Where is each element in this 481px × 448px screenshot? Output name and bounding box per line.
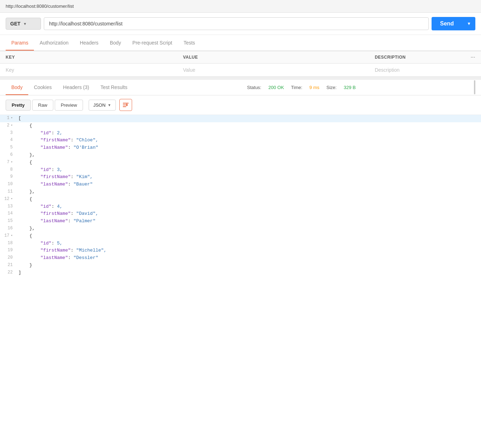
json-line: 19 "firstName": "Michelle",: [0, 247, 481, 254]
json-line: 14 "firstName": "David",: [0, 210, 481, 218]
fold-arrow-icon[interactable]: ▾: [11, 123, 13, 128]
status-label: Status:: [247, 85, 261, 90]
fold-arrow-icon[interactable]: ▾: [11, 160, 13, 165]
tab-tests[interactable]: Tests: [178, 35, 201, 51]
tab-response-testresults[interactable]: Test Results: [95, 79, 133, 95]
format-chevron-icon: ▼: [108, 103, 111, 107]
line-content: "lastName": "Bauer": [17, 181, 94, 188]
tab-response-body[interactable]: Body: [6, 79, 28, 95]
json-bracket: {: [18, 123, 32, 128]
line-number: 16: [0, 225, 17, 232]
json-key: "lastName": [40, 218, 68, 224]
fold-arrow-icon[interactable]: ▾: [11, 196, 13, 201]
col-header-desc: DESCRIPTION: [369, 51, 465, 64]
line-content: "firstName": "David",: [17, 210, 100, 218]
line-number: 17▾: [0, 232, 17, 239]
tab-params[interactable]: Params: [6, 35, 34, 51]
json-bracket: ]: [18, 270, 21, 275]
json-line: 5 "lastName": "O'Brian": [0, 144, 481, 152]
response-status: Status: 200 OK Time: 9 ms Size: 329 B: [247, 85, 360, 90]
line-number: 7▾: [0, 159, 17, 166]
line-number: 3: [0, 130, 17, 136]
wrap-button[interactable]: [119, 99, 132, 111]
json-bracket: {: [18, 160, 32, 165]
json-key: "lastName": [40, 145, 68, 150]
params-table: KEY VALUE DESCRIPTION ··· Key Value Desc…: [0, 51, 481, 77]
line-number: 8: [0, 166, 17, 173]
json-value: "Bauer": [73, 182, 93, 187]
json-line: 16 },: [0, 225, 481, 232]
json-line: 20 "lastName": "Dessler": [0, 254, 481, 262]
line-number: 9: [0, 173, 17, 180]
json-line: 9 "firstName": "Kim",: [0, 173, 481, 181]
line-number: 11: [0, 188, 17, 195]
tab-body[interactable]: Body: [104, 35, 127, 51]
json-value: "Dessler": [73, 255, 98, 260]
send-arrow-icon[interactable]: ▼: [463, 18, 475, 30]
line-content: "lastName": "Dessler": [17, 254, 100, 262]
method-select[interactable]: GET ▼: [6, 18, 41, 30]
send-button[interactable]: Send ▼: [432, 17, 475, 30]
json-bracket: {: [18, 196, 32, 202]
view-options-row: Pretty Raw Preview JSON ▼: [0, 95, 481, 115]
json-line: 1▾[: [0, 115, 481, 122]
json-key: "firstName": [40, 137, 71, 143]
pretty-btn[interactable]: Pretty: [6, 100, 31, 111]
wrap-icon: [123, 102, 129, 108]
line-number: 20: [0, 254, 17, 261]
tab-prerequest[interactable]: Pre-request Script: [127, 35, 178, 51]
tab-response-headers[interactable]: Headers (3): [58, 79, 95, 95]
request-row: GET ▼ Send ▼: [0, 13, 481, 35]
method-label: GET: [10, 21, 20, 26]
key-cell[interactable]: Key: [0, 64, 177, 77]
line-number: 13: [0, 203, 17, 210]
value-cell[interactable]: Value: [177, 64, 369, 77]
json-sep: :: [52, 167, 57, 172]
json-key: "firstName": [40, 211, 71, 216]
line-content: {: [17, 232, 34, 240]
json-value: "O'Brian": [73, 145, 98, 150]
json-bracket: {: [18, 233, 32, 238]
line-number: 4: [0, 137, 17, 143]
json-line: 6 },: [0, 152, 481, 159]
tab-headers[interactable]: Headers: [74, 35, 104, 51]
col-header-key: KEY: [0, 51, 177, 64]
line-number: 14: [0, 210, 17, 217]
raw-btn[interactable]: Raw: [32, 100, 53, 111]
description-cell[interactable]: Description: [369, 64, 465, 77]
tab-authorization[interactable]: Authorization: [34, 35, 74, 51]
json-sep: :: [71, 174, 76, 179]
line-content: }: [17, 262, 34, 269]
line-content: },: [17, 225, 36, 232]
line-content: "lastName": "O'Brian": [17, 144, 100, 152]
json-value: "Chloe",: [76, 137, 98, 143]
json-sep: :: [68, 145, 73, 150]
time-value: 9 ms: [309, 85, 319, 90]
json-line: 21 }: [0, 262, 481, 269]
line-number: 5: [0, 144, 17, 151]
json-line: 7▾ {: [0, 159, 481, 166]
json-value: 2,: [57, 130, 63, 136]
json-bracket: },: [18, 226, 35, 231]
json-sep: :: [71, 211, 76, 216]
json-sep: :: [68, 218, 73, 224]
json-sep: :: [68, 255, 73, 260]
line-content: "lastName": "Palmer": [17, 218, 97, 225]
json-line: 18 "id": 5,: [0, 240, 481, 247]
line-number: 1▾: [0, 115, 17, 122]
fold-arrow-icon[interactable]: ▾: [11, 116, 13, 120]
line-number: 19: [0, 247, 17, 254]
time-label: Time:: [291, 85, 302, 90]
preview-btn[interactable]: Preview: [55, 100, 83, 111]
json-bracket: }: [18, 263, 32, 268]
json-key: "lastName": [40, 182, 68, 187]
more-icon[interactable]: ···: [471, 55, 475, 60]
url-input[interactable]: [44, 17, 429, 30]
json-line: 22]: [0, 269, 481, 277]
json-key: "id": [40, 241, 51, 246]
line-content: {: [17, 159, 34, 166]
format-select[interactable]: JSON ▼: [89, 100, 116, 111]
fold-arrow-icon[interactable]: ▾: [11, 233, 13, 238]
json-line: 13 "id": 4,: [0, 203, 481, 211]
tab-response-cookies[interactable]: Cookies: [28, 79, 58, 95]
